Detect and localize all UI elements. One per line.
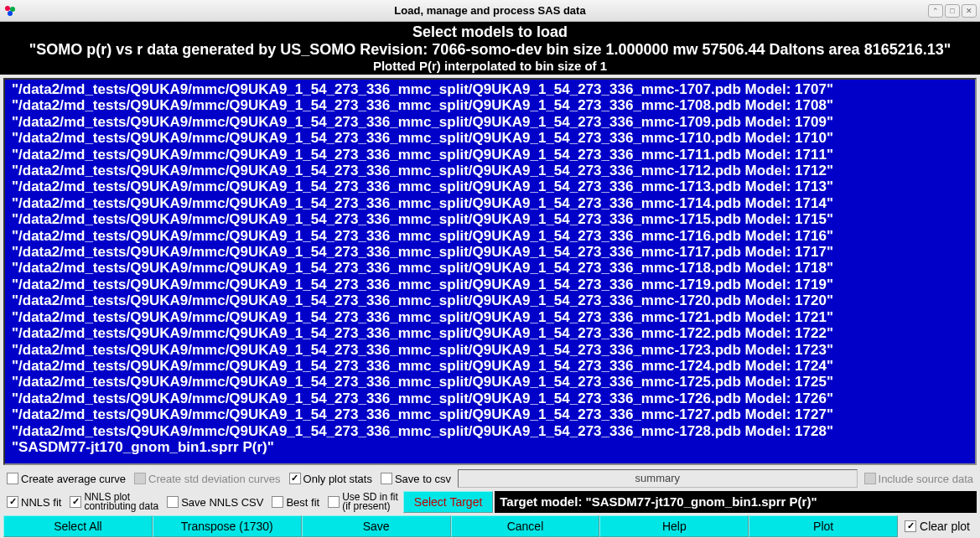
list-item[interactable]: "/data2/md_tests/Q9UKA9/mmc/Q9UKA9_1_54_… (12, 97, 968, 113)
list-item[interactable]: "/data2/md_tests/Q9UKA9/mmc/Q9UKA9_1_54_… (12, 309, 968, 325)
list-item[interactable]: "/data2/md_tests/Q9UKA9/mmc/Q9UKA9_1_54_… (12, 228, 968, 244)
header-panel: Select models to load "SOMO p(r) vs r da… (0, 22, 980, 75)
only-plot-label: Only plot stats (303, 473, 372, 485)
list-item[interactable]: "/data2/md_tests/Q9UKA9/mmc/Q9UKA9_1_54_… (12, 244, 968, 260)
button-row: Select All Transpose (1730) Save Cancel … (3, 515, 977, 537)
best-fit-checkbox[interactable] (272, 496, 283, 508)
include-src-label: Include source data (879, 473, 973, 485)
list-item[interactable]: "/data2/md_tests/Q9UKA9/mmc/Q9UKA9_1_54_… (12, 277, 968, 292)
clear-plot-checkbox[interactable] (905, 520, 916, 532)
list-item[interactable]: "/data2/md_tests/Q9UKA9/mmc/Q9UKA9_1_54_… (12, 391, 968, 406)
only-plot-checkbox[interactable] (289, 473, 301, 484)
plot-button[interactable]: Plot (749, 515, 898, 537)
list-item[interactable]: "/data2/md_tests/Q9UKA9/mmc/Q9UKA9_1_54_… (12, 260, 968, 276)
list-item[interactable]: "/data2/md_tests/Q9UKA9/mmc/Q9UKA9_1_54_… (12, 178, 968, 194)
clear-plot-label: Clear plot (920, 520, 970, 533)
save-csv-checkbox[interactable] (381, 473, 392, 484)
app-icon (3, 4, 17, 18)
close-button[interactable]: ✕ (962, 4, 977, 18)
target-model-display: Target model: "SASDM77-jt170_gnom_bin1.s… (495, 491, 977, 513)
use-sd-label: Use SD in fit(if present) (342, 493, 398, 511)
nnls-fit-checkbox[interactable] (7, 496, 18, 508)
cancel-button[interactable]: Cancel (451, 515, 600, 537)
model-list[interactable]: "/data2/md_tests/Q9UKA9/mmc/Q9UKA9_1_54_… (3, 78, 977, 465)
help-button[interactable]: Help (599, 515, 749, 537)
list-item[interactable]: "/data2/md_tests/Q9UKA9/mmc/Q9UKA9_1_54_… (12, 325, 968, 341)
transpose-button[interactable]: Transpose (1730) (153, 515, 302, 537)
list-item[interactable]: "SASDM77-jt170_gnom_bin1.sprr P(r)" (12, 439, 968, 455)
list-item[interactable]: "/data2/md_tests/Q9UKA9/mmc/Q9UKA9_1_54_… (12, 130, 968, 146)
save-nnls-csv-label: Save NNLS CSV (181, 496, 263, 509)
header-line2: "SOMO p(r) vs r data generated by US_SOM… (0, 41, 980, 59)
save-nnls-csv-checkbox[interactable] (167, 496, 179, 508)
include-src-checkbox (864, 473, 876, 484)
create-std-label: Create std deviation curves (148, 473, 281, 485)
options-row-1: Create average curve Create std deviatio… (3, 468, 977, 489)
maximize-button[interactable]: □ (945, 4, 960, 18)
list-item[interactable]: "/data2/md_tests/Q9UKA9/mmc/Q9UKA9_1_54_… (12, 406, 968, 422)
nnls-fit-label: NNLS fit (21, 496, 61, 509)
list-item[interactable]: "/data2/md_tests/Q9UKA9/mmc/Q9UKA9_1_54_… (12, 147, 968, 163)
create-std-checkbox (134, 473, 146, 484)
create-avg-label: Create average curve (21, 473, 126, 485)
list-item[interactable]: "/data2/md_tests/Q9UKA9/mmc/Q9UKA9_1_54_… (12, 292, 968, 308)
options-row-2: NNLS fit NNLS plotcontributing data Save… (3, 490, 977, 514)
nnls-plot-checkbox[interactable] (70, 496, 81, 508)
svg-point-2 (8, 11, 13, 16)
use-sd-checkbox[interactable] (328, 496, 340, 508)
select-target-button[interactable]: Select Target (403, 491, 493, 513)
save-csv-label: Save to csv (395, 473, 451, 485)
minimize-button[interactable]: ⌃ (928, 4, 943, 18)
list-item[interactable]: "/data2/md_tests/Q9UKA9/mmc/Q9UKA9_1_54_… (12, 374, 968, 390)
best-fit-label: Best fit (286, 496, 319, 509)
list-item[interactable]: "/data2/md_tests/Q9UKA9/mmc/Q9UKA9_1_54_… (12, 211, 968, 227)
header-line3: Plotted P(r) interpolated to bin size of… (0, 59, 980, 73)
select-all-button[interactable]: Select All (3, 515, 153, 537)
header-line1: Select models to load (0, 23, 980, 41)
list-item[interactable]: "/data2/md_tests/Q9UKA9/mmc/Q9UKA9_1_54_… (12, 81, 968, 97)
list-item[interactable]: "/data2/md_tests/Q9UKA9/mmc/Q9UKA9_1_54_… (12, 358, 968, 374)
window-title: Load, manage and process SAS data (394, 4, 585, 17)
list-item[interactable]: "/data2/md_tests/Q9UKA9/mmc/Q9UKA9_1_54_… (12, 195, 968, 211)
titlebar: Load, manage and process SAS data ⌃ □ ✕ (0, 0, 980, 22)
list-item[interactable]: "/data2/md_tests/Q9UKA9/mmc/Q9UKA9_1_54_… (12, 163, 968, 178)
nnls-plot-label: NNLS plotcontributing data (84, 493, 158, 511)
list-item[interactable]: "/data2/md_tests/Q9UKA9/mmc/Q9UKA9_1_54_… (12, 342, 968, 358)
save-button[interactable]: Save (302, 515, 451, 537)
summary-field[interactable]: summary (458, 469, 857, 488)
list-item[interactable]: "/data2/md_tests/Q9UKA9/mmc/Q9UKA9_1_54_… (12, 423, 968, 439)
list-item[interactable]: "/data2/md_tests/Q9UKA9/mmc/Q9UKA9_1_54_… (12, 114, 968, 130)
create-avg-checkbox[interactable] (7, 473, 18, 484)
svg-point-0 (5, 6, 10, 11)
svg-point-1 (10, 7, 15, 12)
